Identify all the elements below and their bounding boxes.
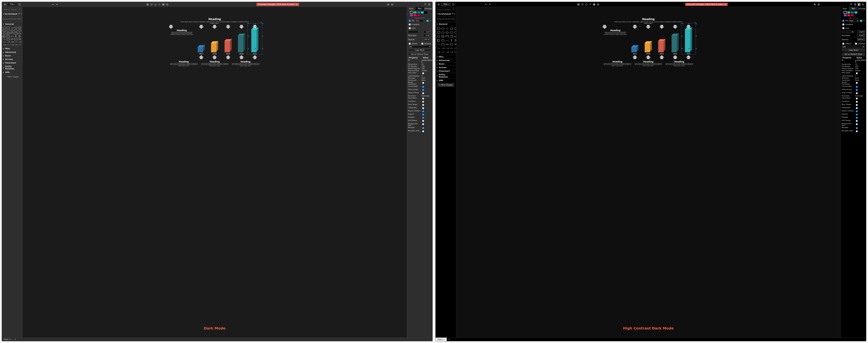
connector-9[interactable]: [18, 43, 21, 46]
shape-8[interactable]: [14, 29, 18, 32]
shape-17[interactable]: [10, 35, 14, 38]
ellipse-icon[interactable]: [585, 3, 588, 6]
selection-handle[interactable]: [255, 23, 256, 24]
plus-icon[interactable]: +: [454, 13, 456, 15]
selection-handle[interactable]: [695, 36, 697, 37]
prop-check[interactable]: [856, 120, 858, 122]
connector-2[interactable]: [445, 47, 449, 49]
shape-12[interactable]: [445, 35, 449, 38]
search-field[interactable]: [4, 8, 19, 11]
swatch-2[interactable]: [851, 11, 854, 14]
swatch-5[interactable]: [410, 14, 413, 16]
shape-16[interactable]: [441, 39, 444, 42]
add-page[interactable]: +: [13, 338, 18, 340]
selection-handle[interactable]: [248, 36, 249, 37]
fill-check[interactable]: [842, 20, 844, 22]
shape-2[interactable]: Text: [445, 27, 449, 30]
prop-check[interactable]: [856, 101, 858, 103]
shape-15[interactable]: [3, 35, 6, 38]
prop-val[interactable]: [855, 127, 865, 130]
connector-6[interactable]: [7, 43, 10, 46]
fill-mode[interactable]: Auto: [848, 20, 859, 22]
more-shapes-button[interactable]: +More Shapes: [438, 83, 454, 87]
gradient-check[interactable]: [409, 24, 411, 26]
add-icon[interactable]: [596, 3, 600, 6]
pencil-icon[interactable]: [863, 20, 865, 22]
category-basic[interactable]: ▸ Basic: [436, 62, 456, 66]
canvas[interactable]: Heading Lorem ipsum dolor sit amet, cons…: [456, 7, 840, 338]
next-swatches[interactable]: ›: [865, 13, 866, 15]
fill-mode[interactable]: Auto: [415, 20, 426, 22]
prop-val[interactable]: [855, 130, 865, 133]
shape-20[interactable]: [3, 38, 6, 40]
category-flowchart[interactable]: ▸ Flowchart: [2, 61, 23, 65]
prop-val[interactable]: [855, 123, 865, 126]
share-icon[interactable]: [813, 3, 816, 6]
plus-icon[interactable]: +: [21, 13, 22, 15]
connector-0[interactable]: [3, 41, 6, 43]
help-icon[interactable]: [18, 13, 20, 15]
prop-val[interactable]: Visible: [422, 70, 431, 71]
swatch-2[interactable]: [417, 11, 420, 14]
swatch-pager[interactable]: [841, 17, 866, 19]
connector-4[interactable]: [18, 41, 21, 43]
connector-3[interactable]: [14, 41, 18, 43]
shape-14[interactable]: [18, 32, 21, 35]
grid-icon[interactable]: [162, 3, 165, 6]
connector-1[interactable]: [7, 41, 10, 43]
shape-17[interactable]: [445, 39, 449, 42]
prop-val[interactable]: 0: [422, 75, 431, 77]
category-advanced[interactable]: ▸ Advanced: [436, 59, 456, 62]
shape-12[interactable]: [10, 32, 14, 35]
prop-check[interactable]: [856, 127, 858, 129]
swatch-6[interactable]: [847, 14, 850, 16]
prop-val[interactable]: [855, 104, 865, 106]
connector-5[interactable]: [437, 51, 440, 54]
perimeter-val[interactable]: [424, 34, 431, 37]
prop-val[interactable]: [422, 85, 431, 88]
category-flowchart[interactable]: ▸ Flowchart: [436, 69, 456, 73]
prop-val[interactable]: [422, 127, 431, 130]
shape-6[interactable]: [7, 29, 10, 32]
tab-style[interactable]: Style: [841, 7, 849, 10]
prop-val[interactable]: [422, 72, 431, 75]
opacity-val[interactable]: [857, 38, 865, 41]
selection-handle[interactable]: [681, 48, 682, 49]
default-style-button[interactable]: Set as Default Style: [842, 53, 865, 56]
rotate-handle[interactable]: ↻: [694, 21, 696, 23]
prop-check[interactable]: [856, 86, 858, 88]
shape-5[interactable]: [437, 31, 440, 34]
prop-val[interactable]: [855, 110, 865, 113]
fill-color[interactable]: [860, 20, 862, 22]
page-icon[interactable]: [452, 3, 455, 6]
shape-22[interactable]: [10, 38, 14, 40]
swatch-0[interactable]: [844, 11, 847, 14]
selection-handle[interactable]: [688, 23, 689, 24]
prop-val[interactable]: [855, 89, 865, 92]
prop-val[interactable]: [422, 107, 431, 110]
prop-val[interactable]: [855, 119, 865, 123]
arrow-icon[interactable]: [589, 3, 592, 6]
prop-val[interactable]: [855, 100, 865, 103]
prop-val[interactable]: pubfqn4N0zdxAbnvb6L2-6: [422, 60, 431, 63]
shape-18[interactable]: [450, 39, 453, 42]
general-section[interactable]: ▾ General: [436, 22, 456, 26]
prop-val[interactable]: [422, 89, 431, 92]
tab-arrange[interactable]: Arrange: [424, 7, 432, 10]
prop-val[interactable]: [855, 113, 865, 116]
gradient-check[interactable]: [842, 24, 844, 26]
line-check[interactable]: [409, 27, 411, 29]
prop-val[interactable]: [855, 97, 865, 100]
prop-check[interactable]: [856, 114, 858, 115]
shape-1[interactable]: [7, 27, 10, 29]
category-entity-relation[interactable]: ▸ Entity Relation: [2, 65, 23, 70]
moon-icon[interactable]: [861, 3, 865, 6]
shape-1[interactable]: [441, 27, 444, 30]
menu-icon[interactable]: [437, 3, 440, 6]
prop-check[interactable]: [422, 72, 424, 74]
selection-handle[interactable]: [681, 23, 682, 24]
connector-8[interactable]: [14, 43, 18, 46]
prop-val[interactable]: 100: [422, 65, 431, 67]
shape-11[interactable]: [441, 35, 444, 38]
connector-7[interactable]: [445, 51, 449, 54]
